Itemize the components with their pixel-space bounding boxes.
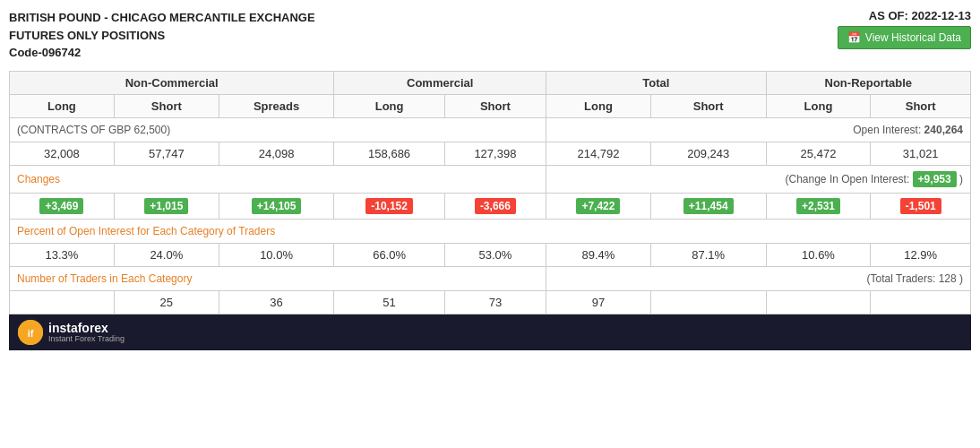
group-header-row: Non-Commercial Commercial Total Non-Repo… <box>10 71 971 94</box>
nr-short-header: Short <box>871 94 971 117</box>
total-header: Total <box>546 71 767 94</box>
non-commercial-header: Non-Commercial <box>10 71 334 94</box>
total-traders-label: (Total Traders: <box>867 272 936 285</box>
traders-c-short: 73 <box>444 290 546 314</box>
svg-text:if: if <box>28 328 34 339</box>
view-historical-button[interactable]: 📅 View Historical Data <box>838 26 971 49</box>
traders-nr-long <box>766 290 871 314</box>
nr-short-value: 31,021 <box>871 142 971 165</box>
open-interest-value: 240,264 <box>924 124 963 136</box>
change-oi-cell: (Change In Open Interest: +9,953 ) <box>546 165 971 193</box>
t-short-value: 209,243 <box>650 142 766 165</box>
changes-label: Changes <box>10 165 546 193</box>
total-traders-cell: (Total Traders: 128 ) <box>546 266 971 290</box>
change-oi-close: ) <box>959 173 963 185</box>
traders-nr-short <box>871 290 971 314</box>
sub-header-row: Long Short Spreads Long Short Long Short… <box>10 94 971 117</box>
title-line2: FUTURES ONLY POSITIONS <box>9 27 315 45</box>
nc-spreads-header: Spreads <box>219 94 334 117</box>
pct-nc-short: 24.0% <box>114 243 219 266</box>
change-c-long: -10,152 <box>334 193 444 219</box>
c-long-value: 158,686 <box>334 142 444 165</box>
changes-data-row: +3,469 +1,015 +14,105 -10,152 -3,666 +7,… <box>10 193 971 219</box>
title-line1: BRITISH POUND - CHICAGO MERCANTILE EXCHA… <box>9 9 315 27</box>
contracts-label: (CONTRACTS OF GBP 62,500) <box>10 117 546 142</box>
traders-label-text: Number of Traders in Each Category <box>17 272 192 285</box>
open-interest-cell: Open Interest: 240,264 <box>546 117 971 142</box>
change-nr-short: -1,501 <box>871 193 971 219</box>
instaforex-brand-block: instaforex Instant Forex Trading <box>48 321 125 343</box>
traders-c-long: 51 <box>334 290 444 314</box>
nr-long-value: 25,472 <box>766 142 871 165</box>
percent-label-row: Percent of Open Interest for Each Catego… <box>10 219 971 243</box>
pct-nc-spreads: 10.0% <box>219 243 334 266</box>
non-reportable-header: Non-Reportable <box>766 71 970 94</box>
change-nc-spreads: +14,105 <box>219 193 334 219</box>
change-nc-short: +1,015 <box>114 193 219 219</box>
c-short-value: 127,398 <box>444 142 546 165</box>
traders-nc-long <box>10 290 115 314</box>
hist-btn-label: View Historical Data <box>865 31 961 44</box>
instaforex-logo: if instaforex Instant Forex Trading <box>18 320 125 345</box>
pct-c-long: 66.0% <box>334 243 444 266</box>
instaforex-icon: if <box>18 320 43 345</box>
instaforex-bar: if instaforex Instant Forex Trading <box>9 314 971 350</box>
change-nc-long: +3,469 <box>10 193 115 219</box>
traders-nc-spreads: 36 <box>219 290 334 314</box>
percent-label: Percent of Open Interest for Each Catego… <box>10 219 971 243</box>
traders-label: Number of Traders in Each Category <box>10 266 546 290</box>
nc-short-value: 57,747 <box>114 142 219 165</box>
instaforex-brand: instaforex <box>48 321 108 335</box>
change-oi-label: (Change In Open Interest: <box>786 173 910 185</box>
change-t-short: +11,454 <box>650 193 766 219</box>
change-c-short: -3,666 <box>444 193 546 219</box>
t-long-header: Long <box>546 94 651 117</box>
commercial-header: Commercial <box>334 71 546 94</box>
c-long-header: Long <box>334 94 444 117</box>
open-interest-label: Open Interest: <box>853 124 921 136</box>
change-t-long: +7,422 <box>546 193 651 219</box>
traders-data-row: 25 36 51 73 97 <box>10 290 971 314</box>
nc-long-value: 32,008 <box>10 142 115 165</box>
nc-short-header: Short <box>114 94 219 117</box>
total-traders-close: ) <box>959 272 963 285</box>
main-table: Non-Commercial Commercial Total Non-Repo… <box>9 71 971 314</box>
change-oi-badge: +9,953 <box>913 171 957 187</box>
nr-long-header: Long <box>766 94 871 117</box>
contracts-row: (CONTRACTS OF GBP 62,500) Open Interest:… <box>10 117 971 142</box>
calendar-icon: 📅 <box>847 31 861 44</box>
as-of-block: AS OF: 2022-12-13 📅 View Historical Data <box>838 9 971 49</box>
instaforex-tagline: Instant Forex Trading <box>48 335 125 343</box>
pct-nr-short: 12.9% <box>871 243 971 266</box>
traders-label-row: Number of Traders in Each Category (Tota… <box>10 266 971 290</box>
pct-t-short: 87.1% <box>650 243 766 266</box>
total-traders-value: 128 <box>939 272 957 285</box>
as-of-text: AS OF: 2022-12-13 <box>838 9 971 22</box>
pct-nc-long: 13.3% <box>10 243 115 266</box>
pct-nr-long: 10.6% <box>766 243 871 266</box>
pct-t-long: 89.4% <box>546 243 651 266</box>
title-line3: Code-096742 <box>9 44 315 62</box>
change-nr-long: +2,531 <box>766 193 871 219</box>
t-long-value: 214,792 <box>546 142 651 165</box>
traders-t-long: 97 <box>546 290 651 314</box>
pct-c-short: 53.0% <box>444 243 546 266</box>
main-data-row: 32,008 57,747 24,098 158,686 127,398 214… <box>10 142 971 165</box>
title-block: BRITISH POUND - CHICAGO MERCANTILE EXCHA… <box>9 9 315 62</box>
t-short-header: Short <box>650 94 766 117</box>
traders-nc-short: 25 <box>114 290 219 314</box>
nc-long-header: Long <box>10 94 115 117</box>
traders-t-short <box>650 290 766 314</box>
c-short-header: Short <box>444 94 546 117</box>
nc-spreads-value: 24,098 <box>219 142 334 165</box>
changes-label-row: Changes (Change In Open Interest: +9,953… <box>10 165 971 193</box>
percent-data-row: 13.3% 24.0% 10.0% 66.0% 53.0% 89.4% 87.1… <box>10 243 971 266</box>
